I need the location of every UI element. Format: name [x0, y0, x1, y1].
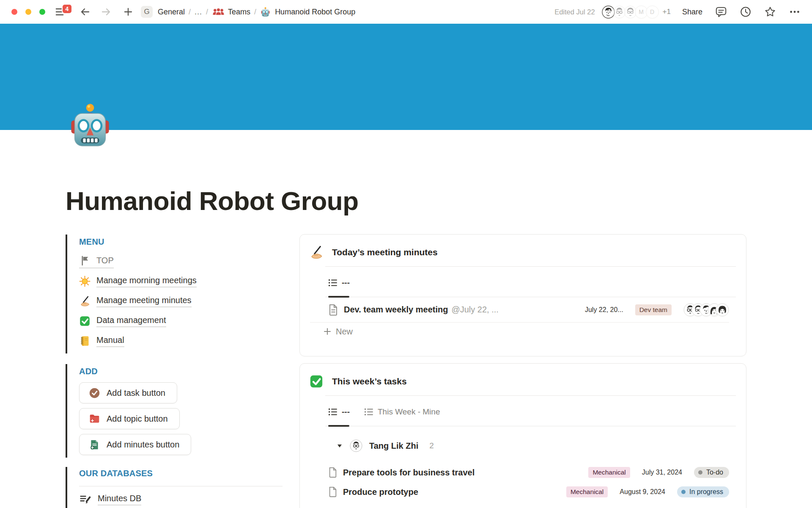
meeting-minutes-card: Today’s meeting minutes --- Dev. tea [299, 234, 746, 356]
menu-link-label: TOP [96, 256, 114, 265]
breadcrumb-separator: / [189, 8, 191, 17]
zoom-window-button[interactable] [39, 9, 45, 15]
forward-button[interactable] [101, 7, 111, 17]
breadcrumb-page[interactable]: Humanoid Robot Group [275, 8, 355, 17]
back-button[interactable] [80, 7, 90, 17]
status-badge: To-do [694, 467, 729, 478]
active-tab-indicator [328, 425, 349, 427]
avatar-overflow-count[interactable]: +1 [663, 8, 671, 16]
document-plus-icon [89, 439, 100, 450]
close-window-button[interactable] [11, 9, 17, 15]
back-arrow-icon [80, 7, 90, 17]
teams-people-icon [213, 7, 224, 17]
new-page-button[interactable] [123, 7, 133, 17]
more-options-button[interactable] [789, 6, 801, 18]
page-icon-robot[interactable] [66, 102, 114, 150]
flag-icon [79, 255, 91, 266]
menu-link-data-management[interactable]: Data management [79, 311, 299, 331]
writing-hand-icon [79, 295, 91, 307]
add-button-label: Add topic button [107, 414, 168, 424]
view-tab-default[interactable]: --- [328, 278, 350, 287]
favorite-button[interactable] [764, 6, 776, 18]
sun-icon [79, 276, 91, 287]
new-row-button[interactable]: New [323, 323, 746, 340]
due-date: July 31, 2024 [642, 469, 682, 476]
breadcrumb-collapsed[interactable]: ... [195, 8, 202, 17]
group-name: Tang Lik Zhi [369, 441, 418, 451]
divider [79, 486, 283, 486]
breadcrumb-separator: / [254, 8, 256, 17]
view-tab-default[interactable]: --- [328, 407, 350, 417]
group-header-row[interactable]: Tang Lik Zhi 2 [337, 437, 736, 454]
menu-heading: MENU [79, 236, 299, 247]
share-button[interactable]: Share [682, 8, 702, 17]
updates-button[interactable] [740, 6, 752, 18]
card-header: Today’s meeting minutes [300, 235, 746, 260]
star-icon [764, 6, 776, 18]
clock-icon [740, 6, 752, 18]
minutes-db-link[interactable]: Minutes DB [79, 493, 299, 505]
window-titlebar: 4 G General / ... / Teams / [0, 0, 812, 24]
task-row[interactable]: Produce prototype Mechanical August 9, 2… [328, 482, 729, 502]
comments-button[interactable] [715, 6, 727, 18]
viewer-avatars[interactable]: M D [602, 6, 659, 19]
workspace-chip[interactable]: G [141, 6, 153, 18]
group-count: 2 [429, 441, 434, 450]
meeting-date: July 22, 20... [585, 306, 623, 314]
status-dot [698, 470, 702, 475]
menu-link-top[interactable]: TOP [79, 251, 299, 271]
task-row[interactable]: Prepare tools for business travel Mechan… [328, 463, 729, 482]
check-icon [309, 374, 324, 389]
add-task-button[interactable]: Add task button [79, 382, 177, 403]
memo-pencil-icon [79, 493, 91, 505]
menu-block: MENU TOP Manage morning meetings [66, 235, 299, 353]
view-tab-label: This Week - Mine [378, 407, 440, 417]
team-tag: Dev team [635, 304, 672, 315]
sidebar-toggle-button[interactable]: 4 [55, 8, 66, 16]
view-tab-label: --- [342, 278, 350, 287]
page-icon [328, 486, 337, 497]
menu-link-morning-meetings[interactable]: Manage morning meetings [79, 271, 299, 291]
meeting-row[interactable]: Dev. team weekly meeting @July 22, ... J… [310, 297, 729, 323]
status-badge: In progress [677, 486, 729, 497]
breadcrumb-workspace[interactable]: General [158, 8, 185, 17]
minimize-window-button[interactable] [25, 9, 31, 15]
new-row-label: New [336, 327, 353, 337]
writing-hand-icon [309, 245, 324, 260]
list-view-icon [328, 278, 337, 287]
collapse-caret-icon[interactable] [337, 443, 343, 449]
add-block: ADD Add task button Add topic button [66, 364, 299, 458]
traffic-lights [11, 9, 45, 15]
notification-badge: 4 [62, 4, 72, 14]
page-cover[interactable] [0, 24, 812, 130]
divider [325, 395, 736, 396]
breadcrumb-teams[interactable]: Teams [228, 8, 250, 17]
folder-plus-icon [89, 413, 100, 425]
plus-icon [323, 327, 332, 336]
card-header: This week’s tasks [300, 364, 746, 389]
menu-link-label: Manage meeting minutes [96, 295, 192, 307]
add-topic-button[interactable]: Add topic button [79, 408, 180, 429]
page-title: Humanoid Robot Group [66, 187, 359, 215]
add-minutes-button[interactable]: Add minutes button [79, 434, 191, 455]
view-tabs: --- This Week - Mine [328, 403, 736, 420]
comment-icon [715, 6, 727, 18]
tabbar-line [325, 297, 736, 297]
meeting-title: Dev. team weekly meeting [344, 305, 448, 315]
tabbar-line [325, 426, 736, 426]
menu-link-manual[interactable]: Manual [79, 331, 299, 351]
divider [325, 266, 736, 267]
menu-link-meeting-minutes[interactable]: Manage meeting minutes [79, 291, 299, 311]
right-column: Today’s meeting minutes --- Dev. tea [299, 231, 746, 508]
menu-link-label: Manage morning meetings [96, 276, 197, 287]
menu-link-label: Data management [96, 315, 166, 327]
plus-icon [123, 7, 133, 17]
last-edited-label: Edited Jul 22 [554, 8, 595, 16]
task-rows: Prepare tools for business travel Mechan… [300, 463, 746, 502]
robot-emoji-icon [66, 102, 114, 150]
minutes-db-label: Minutes DB [98, 494, 141, 505]
ellipsis-icon [789, 6, 801, 18]
task-title: Prepare tools for business travel [343, 468, 475, 478]
ledger-icon [79, 335, 91, 347]
view-tab-this-week-mine[interactable]: This Week - Mine [364, 407, 440, 417]
